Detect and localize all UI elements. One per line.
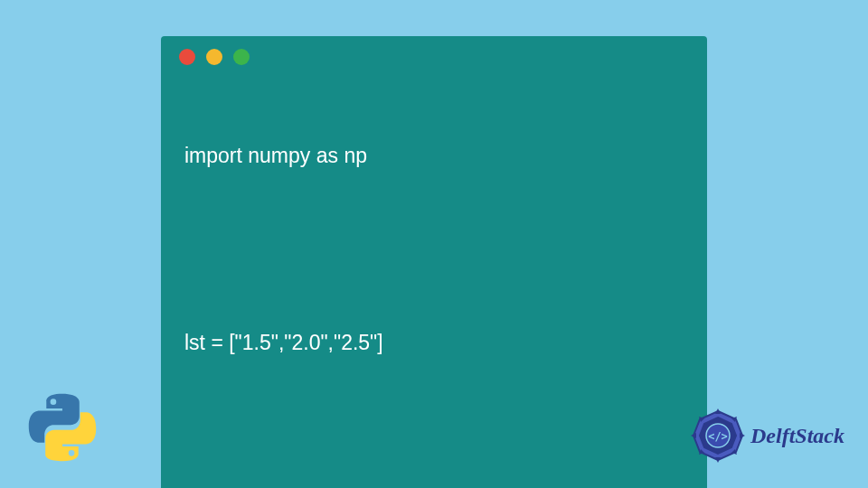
code-line: lst = ["1.5","2.0","2.5"] (184, 327, 684, 359)
code-line: import numpy as np (184, 140, 684, 172)
window-titlebar (161, 36, 707, 72)
python-logo-icon (27, 392, 98, 463)
brand-logo-icon: </> (691, 408, 745, 463)
maximize-icon (233, 49, 250, 65)
code-line (184, 234, 684, 266)
close-icon (179, 49, 195, 65)
code-line (184, 421, 684, 453)
code-window: import numpy as np lst = ["1.5","2.0","2… (161, 36, 707, 488)
svg-text:</>: </> (708, 430, 728, 443)
brand-name: DelftStack (750, 424, 844, 448)
code-content: import numpy as np lst = ["1.5","2.0","2… (161, 72, 707, 488)
brand-badge: </> DelftStack (691, 408, 844, 463)
minimize-icon (206, 49, 222, 65)
